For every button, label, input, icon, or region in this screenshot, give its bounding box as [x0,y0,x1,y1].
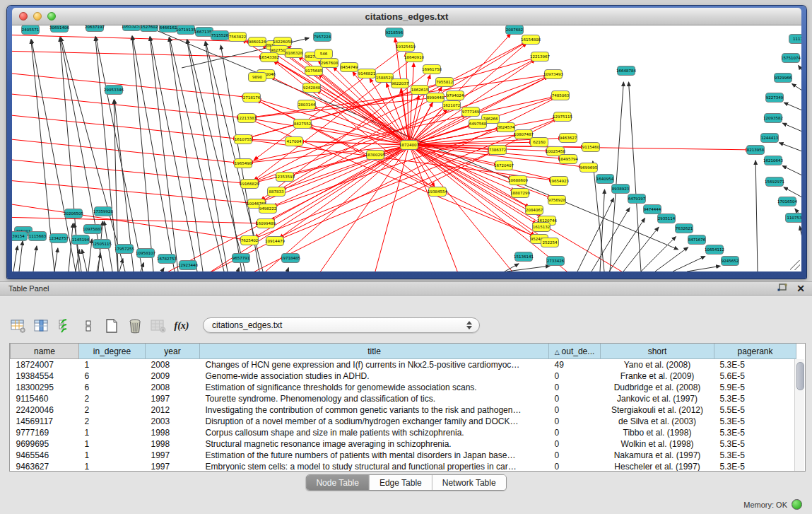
create-table-icon[interactable] [103,318,120,334]
network-node[interactable]: 30691406 [49,25,69,33]
network-node[interactable]: 20637197 [85,25,105,32]
network-node[interactable]: 7515526 [211,31,229,40]
table-body[interactable]: 1872400712008Changes of HCN gene express… [11,359,796,472]
network-node[interactable]: 1965498 [235,159,252,168]
network-node[interactable]: 9498222 [259,204,277,214]
show-hide-columns-icon[interactable] [33,318,50,334]
network-node[interactable]: 12342757 [49,234,69,243]
network-node[interactable]: 9329966 [775,74,792,83]
network-canvas[interactable]: 1872400718300295756382298601248912954182… [12,25,801,271]
minimize-window-icon[interactable] [33,12,42,21]
network-node[interactable]: 1244413 [761,134,779,143]
column-header-out_de[interactable]: △out_de... [549,344,601,359]
network-node[interactable]: 9242848 [303,83,321,93]
network-node[interactable]: 12213383 [237,114,257,123]
network-node[interactable]: 16961758 [422,65,442,74]
network-node[interactable]: 16648784 [616,66,636,76]
network-node[interactable]: 8454749 [341,63,358,72]
citation-network-graph[interactable]: 1872400718300295756382298601248912954182… [12,25,801,271]
table-selector-dropdown[interactable]: citations_edges.txt [203,317,480,333]
network-node[interactable]: 1862615 [411,86,429,95]
network-node[interactable]: 15751074 [781,54,801,63]
select-all-rows-icon[interactable] [57,318,73,334]
delete-table-icon[interactable] [126,318,143,334]
network-node[interactable]: 29053346 [104,86,124,95]
table-row[interactable]: 2242004622012Investigating the contribut… [11,404,796,416]
column-header-pagerank[interactable]: pagerank [714,344,796,359]
network-node[interactable]: 7625402 [241,236,259,245]
table-settings-icon[interactable] [10,318,27,334]
network-node[interactable]: 2967608 [321,59,339,68]
column-header-name[interactable]: name [11,344,79,359]
network-node[interactable]: 15136141 [514,252,534,262]
network-node[interactable]: 1615132 [533,223,551,232]
network-node[interactable]: 2718176 [243,93,261,103]
memory-ok-icon[interactable] [792,499,802,510]
tab-edge-table[interactable]: Edge Table [370,475,433,490]
network-node[interactable]: 9245652 [722,257,739,266]
network-node[interactable]: 18724007 [399,141,419,150]
network-node[interactable]: 6466162 [160,25,177,33]
network-node[interactable]: 2084067 [526,206,543,215]
network-node[interactable]: 9777169 [462,107,480,117]
float-window-icon[interactable] [777,284,788,293]
network-node[interactable]: 110753 [786,214,802,223]
network-node[interactable]: 12975115 [553,112,572,122]
table-row[interactable]: 1938455462009Genome-wide association stu… [11,370,796,382]
network-node[interactable]: 12213967 [530,52,550,62]
network-node[interactable]: 1621072 [443,101,461,110]
network-node[interactable]: 252254 [541,238,559,247]
network-node[interactable]: 9890 [249,73,266,82]
network-node[interactable]: 1610755 [235,135,252,144]
network-node[interactable]: 19654923 [549,177,569,186]
close-panel-icon[interactable]: ✕ [796,284,805,293]
network-node[interactable]: 18640910 [404,53,424,62]
network-node[interactable]: 9657791 [233,254,250,263]
column-header-year[interactable]: year [146,344,200,359]
network-node[interactable]: 16543382 [259,53,279,62]
network-node[interactable]: 7632621 [676,224,693,233]
network-node[interactable]: 9794024 [447,91,464,100]
row-height-icon[interactable] [80,318,97,334]
network-node[interactable]: 17359928 [93,207,113,216]
network-node[interactable]: 8990448 [427,93,445,103]
network-node[interactable]: 17957255 [114,245,134,254]
network-node[interactable]: 8471676 [688,235,706,245]
network-node[interactable]: 9756928 [548,196,566,205]
table-row[interactable]: 911546021997Tourette syndrome. Phenomeno… [11,393,796,404]
network-node[interactable]: 19384554 [428,187,447,197]
tab-node-table[interactable]: Node Table [306,475,370,490]
table-header-row[interactable]: namein_degreeyeartitle△out_de...shortpag… [11,344,796,359]
network-node[interactable]: 6479197 [628,194,646,204]
network-node[interactable]: 546 [315,49,333,59]
network-node[interactable]: 16210643 [763,156,783,165]
resize-grip-icon[interactable] [790,260,800,270]
network-node[interactable]: 3624574 [498,123,515,132]
network-node[interactable]: 2733426 [547,257,565,266]
table-row[interactable]: 946362711997Embryonic stem cells: a mode… [11,461,796,472]
network-node[interactable]: 2803144 [298,100,316,110]
network-node[interactable]: 20206505 [64,209,83,218]
column-header-in_degree[interactable]: in_degree [79,344,146,359]
network-node[interactable]: 2935114 [658,214,676,223]
network-node[interactable]: 2087682 [506,25,524,35]
network-node[interactable]: 10653257 [122,25,141,31]
table-row[interactable]: 1456911722003Disruption of a novel membe… [11,416,796,427]
network-node[interactable]: 10807487 [514,130,534,139]
table-row[interactable]: 977716911998Corpus callosum shape and si… [11,427,796,438]
network-node[interactable]: 19166829 [240,180,259,189]
column-header-short[interactable]: short [601,344,714,359]
network-node[interactable]: 7485063 [552,91,570,100]
network-node[interactable]: 9463627 [560,134,577,143]
network-node[interactable]: 10719135 [176,25,196,35]
network-node[interactable]: 7955812 [436,78,454,87]
network-node[interactable]: 7386372 [489,146,507,155]
network-node[interactable]: 18807299 [510,189,530,198]
network-node[interactable]: 12923448 [178,261,198,270]
network-node[interactable]: 1640954 [596,175,614,184]
network-node[interactable]: 8427552 [294,119,312,129]
network-node[interactable]: 9115460 [582,143,600,152]
network-node[interactable]: 9860124 [249,37,266,47]
tab-network-table[interactable]: Network Table [433,475,506,490]
network-node[interactable]: 2405571 [22,25,40,35]
